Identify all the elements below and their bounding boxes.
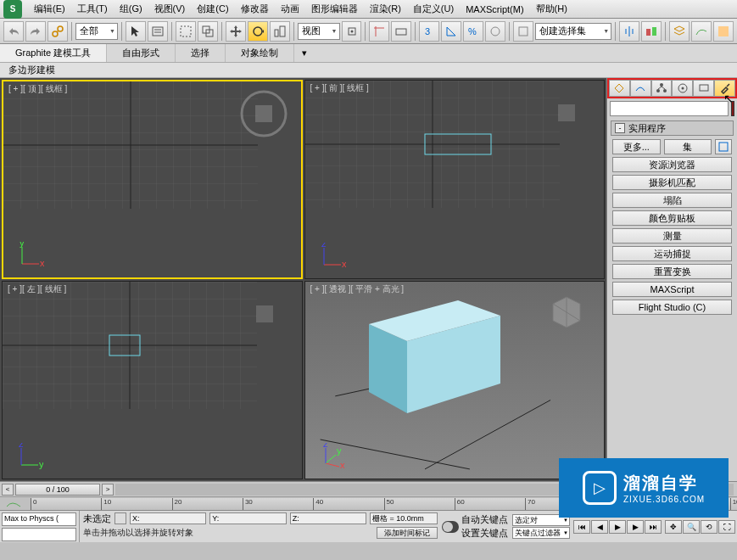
tab-object-paint[interactable]: 对象绘制 <box>226 44 294 62</box>
ribbon-sub-tab[interactable]: 多边形建模 <box>0 63 737 78</box>
ribbon-dropdown-icon[interactable]: ▾ <box>294 44 315 62</box>
tab-selection[interactable]: 选择 <box>176 44 226 62</box>
object-name-input[interactable] <box>610 101 729 116</box>
coord-y[interactable]: Y: <box>209 512 286 524</box>
pivot-button[interactable] <box>342 21 362 42</box>
util-collapse[interactable]: 塌陷 <box>612 193 732 208</box>
zoom-button[interactable]: 🔍 <box>683 520 700 534</box>
tab-graphite[interactable]: Graphite 建模工具 <box>0 44 107 62</box>
util-color-clipboard[interactable]: 颜色剪贴板 <box>612 210 732 226</box>
layers-button[interactable] <box>669 21 690 42</box>
menu-customize[interactable]: 自定义(U) <box>408 1 459 17</box>
script-output[interactable] <box>2 528 76 541</box>
tab-create-icon[interactable] <box>609 80 630 97</box>
menu-maxscript[interactable]: MAXScript(M) <box>461 3 528 16</box>
selection-filter-combo[interactable]: 全部 <box>75 23 118 40</box>
viewcube-icon[interactable] <box>240 90 288 137</box>
util-camera-match[interactable]: 摄影机匹配 <box>612 175 732 190</box>
setkey-button[interactable]: 设置关键点 <box>461 527 508 540</box>
util-maxscript[interactable]: MAXScript <box>612 282 732 297</box>
sets-button[interactable]: 集 <box>664 139 712 154</box>
viewcube-icon[interactable] <box>241 290 288 338</box>
viewport-label[interactable]: [ + ][ 前 ][ 线框 ] <box>310 82 369 94</box>
util-asset-browser[interactable]: 资源浏览器 <box>612 157 732 172</box>
select-button[interactable] <box>126 21 146 42</box>
autokey-button[interactable]: 自动关键点 <box>461 513 508 526</box>
util-reset-xform[interactable]: 重置变换 <box>612 264 732 279</box>
goto-end-button[interactable]: ⏭ <box>645 520 662 534</box>
select-name-button[interactable] <box>148 21 168 42</box>
tab-freeform[interactable]: 自由形式 <box>107 44 176 62</box>
viewport-label[interactable]: [ + ][ 顶 ][ 线框 ] <box>8 83 67 95</box>
prev-frame-button[interactable]: ◀ <box>591 520 608 534</box>
goto-start-button[interactable]: ⏮ <box>573 520 590 534</box>
snap-button[interactable]: 3 <box>419 21 439 42</box>
coord-x[interactable]: X: <box>130 512 206 524</box>
pan-button[interactable]: ✥ <box>665 520 682 534</box>
named-selections-button[interactable] <box>513 21 533 42</box>
menu-tools[interactable]: 工具(T) <box>72 1 113 17</box>
key-mode-toggle[interactable] <box>442 521 459 533</box>
schematic-button[interactable] <box>713 21 734 42</box>
reference-coord-combo[interactable]: 视图 <box>298 23 340 40</box>
viewport-perspective[interactable]: [ + ][ 透视 ][ 平滑 + 高光 ] xyz <box>304 281 606 480</box>
util-motion-capture[interactable]: 运动捕捉 <box>612 246 732 261</box>
key-filter-combo[interactable]: 关键点过滤器 <box>512 527 570 539</box>
rotate-button[interactable] <box>248 21 268 42</box>
tab-modify-icon[interactable] <box>630 80 651 97</box>
rollout-header-utilities[interactable]: - 实用程序 <box>611 120 734 136</box>
selection-set-combo[interactable]: 创建选择集 <box>535 23 611 40</box>
undo-button[interactable] <box>3 21 24 42</box>
curve-editor-button[interactable] <box>691 21 712 42</box>
maximize-button[interactable]: ⛶ <box>718 520 735 534</box>
coord-z[interactable]: Z: <box>290 512 366 524</box>
play-button[interactable]: ▶ <box>609 520 626 534</box>
menu-create[interactable]: 创建(C) <box>192 1 233 17</box>
tab-display-icon[interactable] <box>693 80 714 97</box>
move-button[interactable] <box>226 21 246 42</box>
tab-motion-icon[interactable] <box>672 80 693 97</box>
link-button[interactable] <box>47 21 68 42</box>
viewport-top[interactable]: [ + ][ 顶 ][ 线框 ] xy <box>2 80 303 279</box>
menu-animation[interactable]: 动画 <box>276 1 304 17</box>
keyboard-shortcut-button[interactable] <box>391 21 411 42</box>
menu-render[interactable]: 渲染(R) <box>365 1 406 17</box>
tab-hierarchy-icon[interactable] <box>651 80 673 97</box>
menu-modifiers[interactable]: 修改器 <box>236 1 274 17</box>
viewcube-icon[interactable] <box>543 89 590 137</box>
menu-help[interactable]: 帮助(H) <box>531 1 572 17</box>
orbit-button[interactable]: ⟲ <box>701 520 717 534</box>
angle-snap-button[interactable] <box>441 21 461 42</box>
align-button[interactable] <box>641 21 662 42</box>
config-button[interactable] <box>715 139 732 154</box>
redo-button[interactable] <box>25 21 46 42</box>
percent-snap-button[interactable]: % <box>463 21 483 42</box>
menu-graph-editors[interactable]: 图形编辑器 <box>306 1 363 17</box>
viewport-front[interactable]: [ + ][ 前 ][ 线框 ] xz <box>304 80 606 279</box>
next-frame-button[interactable]: ▶ <box>627 520 644 534</box>
scale-button[interactable] <box>270 21 290 42</box>
menu-group[interactable]: 组(G) <box>114 1 148 17</box>
timeslider-handle[interactable]: 0 / 100 <box>15 484 100 496</box>
spinner-snap-button[interactable] <box>485 21 505 42</box>
window-crossing-button[interactable] <box>198 21 218 42</box>
menu-edit[interactable]: 编辑(E) <box>29 1 70 17</box>
trackbar-curve-icon[interactable] <box>5 498 22 510</box>
menu-view[interactable]: 视图(V) <box>149 1 191 17</box>
rect-region-button[interactable] <box>176 21 196 42</box>
script-input[interactable]: Max to Physcs ( <box>2 512 76 526</box>
timeslider-next-button[interactable]: > <box>102 484 114 496</box>
viewport-label[interactable]: [ + ][ 左 ][ 线框 ] <box>8 283 66 295</box>
viewcube-icon[interactable] <box>543 290 590 338</box>
app-logo-icon[interactable]: S <box>3 0 22 19</box>
add-time-tag-button[interactable]: 添加时间标记 <box>377 527 438 539</box>
util-flight-studio[interactable]: Flight Studio (C) <box>612 300 732 315</box>
lock-selection-icon[interactable] <box>114 512 126 524</box>
viewport-left[interactable]: [ + ][ 左 ][ 线框 ] yz <box>2 281 303 480</box>
timeslider-prev-button[interactable]: < <box>2 484 14 496</box>
more-button[interactable]: 更多... <box>612 139 661 154</box>
manipulate-button[interactable] <box>369 21 389 42</box>
util-measure[interactable]: 测量 <box>612 228 732 244</box>
viewport-label[interactable]: [ + ][ 透视 ][ 平滑 + 高光 ] <box>310 283 405 295</box>
mirror-button[interactable] <box>619 21 639 42</box>
